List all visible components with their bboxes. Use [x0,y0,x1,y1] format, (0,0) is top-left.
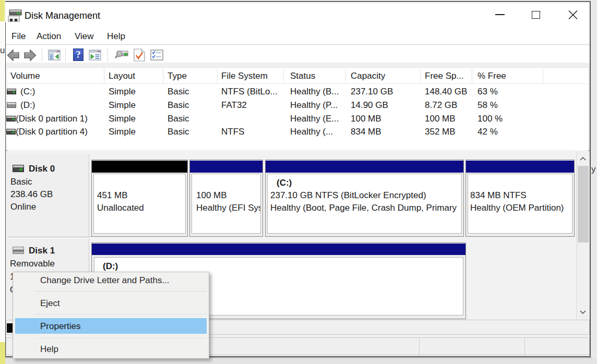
svg-text:?: ? [76,50,81,60]
